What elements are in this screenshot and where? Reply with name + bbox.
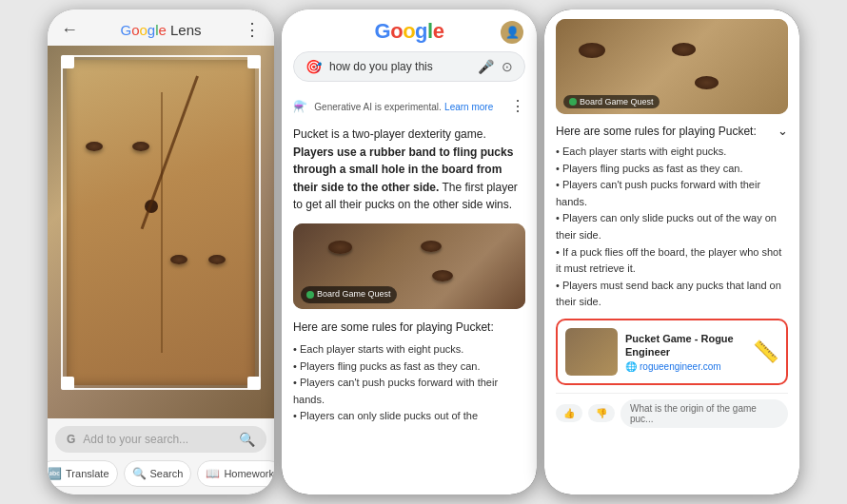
p3-rule-4: Players can only slide pucks out of the …	[556, 210, 788, 243]
search-header: Google 👤 🎯 how do you play this 🎤 ⊙	[282, 10, 537, 87]
search-query: how do you play this	[329, 60, 470, 73]
homework-label: Homework	[224, 468, 274, 479]
ruler-icon: 📏	[753, 339, 778, 364]
thumbdown-button[interactable]: 👎	[588, 404, 615, 422]
phone-3: Board Game Quest Here are some rules for…	[544, 10, 799, 494]
url-text: rogueengineer.com	[640, 361, 721, 372]
puck-img-1	[328, 241, 352, 254]
corner-bl	[61, 377, 74, 390]
phone-2-screen: Google 👤 🎯 how do you play this 🎤 ⊙ ⚗️ G…	[282, 10, 537, 494]
rule-4: Players can only slide pucks out of the	[293, 408, 525, 425]
lens-search-icon[interactable]: 🔍	[239, 432, 255, 447]
lens-image	[48, 46, 274, 418]
p3-source-dot	[569, 98, 577, 106]
logo-e: e	[159, 22, 167, 38]
source-dot	[306, 291, 314, 299]
homework-icon: 📖	[206, 467, 220, 480]
image-source-text: Board Game Quest	[317, 288, 391, 301]
back-button[interactable]: ←	[61, 20, 78, 40]
translate-button[interactable]: 🔤 Translate	[48, 460, 118, 487]
lens-icon[interactable]: ⊙	[502, 59, 513, 74]
search-label: Search	[150, 468, 184, 479]
homework-button[interactable]: 📖 Homework	[197, 460, 274, 487]
google-g-icon: G	[67, 433, 75, 446]
corner-br	[247, 377, 261, 390]
phone-1-screen: ← Google Lens ⋮	[48, 10, 274, 494]
pucket-icon: 🎯	[305, 59, 322, 74]
rules-section-header: Here are some rules for playing Pucket:	[293, 319, 525, 336]
action-row: 👍 👎 What is the origin of the game puc..…	[556, 393, 788, 428]
logo-g2: g	[148, 22, 155, 38]
description-part1: Pucket is a two-player dexterity game.	[293, 127, 486, 141]
followup-search-bar[interactable]: What is the origin of the game puc...	[620, 399, 788, 428]
phone3-content: Board Game Quest Here are some rules for…	[544, 10, 799, 494]
search-icon: 🔍	[132, 467, 147, 480]
search-button[interactable]: 🔍 Search	[124, 460, 192, 487]
lens-title: Google Lens	[88, 22, 234, 38]
phone-3-screen: Board Game Quest Here are some rules for…	[544, 10, 799, 494]
p3-puck-1	[579, 43, 605, 58]
search-content: ⚗️ Generative AI is experimental. Learn …	[282, 87, 537, 494]
learn-more-link[interactable]: Learn more	[444, 102, 493, 112]
thumbup-button[interactable]: 👍	[556, 404, 582, 422]
p3-image-source: Board Game Quest	[563, 95, 660, 108]
url-icon: 🌐	[625, 361, 637, 372]
logo-o2: o	[139, 22, 147, 38]
highlight-card[interactable]: Pucket Game - Rogue Engineer 🌐 rogueengi…	[556, 319, 788, 385]
phone-2: Google 👤 🎯 how do you play this 🎤 ⊙ ⚗️ G…	[282, 10, 537, 494]
p3-image-label-text: Board Game Quest	[580, 97, 654, 107]
p3-result-image: Board Game Quest	[556, 19, 788, 114]
profile-avatar[interactable]: 👤	[501, 21, 523, 44]
thumbup-icon: 👍	[563, 408, 575, 418]
ai-notice-bar: ⚗️ Generative AI is experimental. Learn …	[293, 95, 525, 118]
p3-rules-header: Here are some rules for playing Pucket: …	[556, 124, 788, 138]
lens-header: ← Google Lens ⋮	[48, 10, 274, 46]
p3-puck-2	[672, 43, 696, 56]
translate-icon: 🔤	[48, 467, 62, 480]
translate-label: Translate	[66, 468, 108, 479]
lens-image-area	[48, 46, 274, 418]
rule-2: Players fling pucks as fast as they can.	[293, 359, 525, 376]
p3-rule-3: Players can't push pucks forward with th…	[556, 177, 788, 210]
more-options-button[interactable]: ⋮	[244, 19, 261, 40]
rule-3: Players can't push pucks forward with th…	[293, 375, 525, 408]
result-image: Board Game Quest	[293, 223, 525, 309]
google-logo: Google	[293, 19, 525, 44]
flask-icon: ⚗️	[293, 100, 307, 113]
phone-1: ← Google Lens ⋮	[48, 10, 274, 494]
p3-puck-3	[695, 76, 719, 89]
image-source-label: Board Game Quest	[301, 286, 397, 303]
lens-word: Lens	[170, 22, 202, 38]
lens-selection-overlay	[61, 55, 261, 390]
puck-img-3	[432, 270, 453, 281]
p3-rule-6: Players must send back any pucks that la…	[556, 278, 788, 311]
puck-img-2	[421, 241, 442, 252]
phone-container: ← Google Lens ⋮	[44, 0, 803, 504]
lens-search-placeholder: Add to your search...	[83, 433, 231, 446]
p3-rules-header-text: Here are some rules for playing Pucket:	[556, 125, 757, 138]
ai-description: Pucket is a two-player dexterity game. P…	[293, 126, 525, 214]
rule-1: Each player starts with eight pucks.	[293, 341, 525, 359]
followup-text: What is the origin of the game puc...	[630, 403, 778, 424]
rules-list: Each player starts with eight pucks. Pla…	[293, 341, 525, 425]
ai-notice-text: Generative AI is experimental.	[314, 102, 441, 112]
ai-notice-left: ⚗️ Generative AI is experimental. Learn …	[293, 98, 493, 115]
microphone-icon[interactable]: 🎤	[478, 59, 494, 74]
p3-rule-1: Each player starts with eight pucks.	[556, 144, 788, 161]
corner-tr	[247, 55, 261, 68]
lens-action-bar: 🔤 Translate 🔍 Search 📖 Homework	[55, 460, 266, 487]
p3-rules-list: Each player starts with eight pucks. Pla…	[556, 144, 788, 311]
lens-search-bar[interactable]: G Add to your search... 🔍	[55, 426, 266, 453]
ai-more-button[interactable]: ⋮	[510, 95, 525, 118]
p3-rule-5: If a puck flies off the board, the playe…	[556, 244, 788, 278]
p3-rule-2: Players fling pucks as fast as they can.	[556, 161, 788, 178]
highlight-card-image	[565, 328, 618, 376]
thumbdown-icon: 👎	[596, 408, 607, 418]
corner-tl	[61, 55, 74, 68]
lens-bottom-bar: G Add to your search... 🔍 🔤 Translate 🔍 …	[48, 418, 274, 494]
search-bar[interactable]: 🎯 how do you play this 🎤 ⊙	[293, 51, 525, 82]
logo-g: G	[120, 22, 131, 38]
chevron-down-icon[interactable]: ⌄	[778, 124, 788, 138]
